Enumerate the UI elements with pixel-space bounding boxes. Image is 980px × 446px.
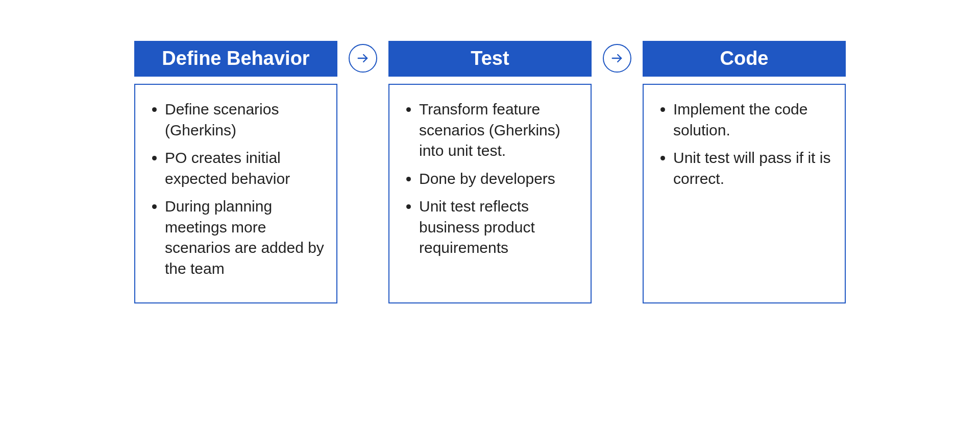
step-title: Define Behavior	[134, 41, 337, 77]
step-title: Code	[643, 41, 846, 77]
step-list-item: PO creates initial expected behavior	[165, 148, 324, 189]
step-list: Define scenarios (Gherkins) PO creates i…	[148, 99, 324, 279]
step-list-item: Implement the code solution.	[673, 99, 832, 140]
step-body: Implement the code solution. Unit test w…	[643, 84, 846, 303]
step-list-item: During planning meetings more scenarios …	[165, 196, 324, 279]
step-define-behavior: Define Behavior Define scenarios (Gherki…	[134, 41, 337, 303]
step-list-item: Unit test reflects business product requ…	[419, 196, 578, 259]
step-list-item: Transform feature scenarios (Gherkins) i…	[419, 99, 578, 161]
step-body: Transform feature scenarios (Gherkins) i…	[388, 84, 592, 303]
arrow-right-icon	[603, 44, 631, 73]
arrow-connector	[348, 41, 378, 73]
step-title: Test	[388, 41, 592, 77]
step-test: Test Transform feature scenarios (Gherki…	[388, 41, 592, 303]
step-list-item: Unit test will pass if it is correct.	[673, 148, 832, 189]
process-flow: Define Behavior Define scenarios (Gherki…	[0, 0, 980, 303]
step-body: Define scenarios (Gherkins) PO creates i…	[134, 84, 337, 303]
arrow-right-icon	[349, 44, 377, 73]
step-list-item: Done by developers	[419, 169, 578, 190]
step-list: Implement the code solution. Unit test w…	[656, 99, 832, 189]
step-list: Transform feature scenarios (Gherkins) i…	[402, 99, 578, 259]
step-code: Code Implement the code solution. Unit t…	[643, 41, 846, 303]
arrow-connector	[602, 41, 632, 73]
step-list-item: Define scenarios (Gherkins)	[165, 99, 324, 140]
